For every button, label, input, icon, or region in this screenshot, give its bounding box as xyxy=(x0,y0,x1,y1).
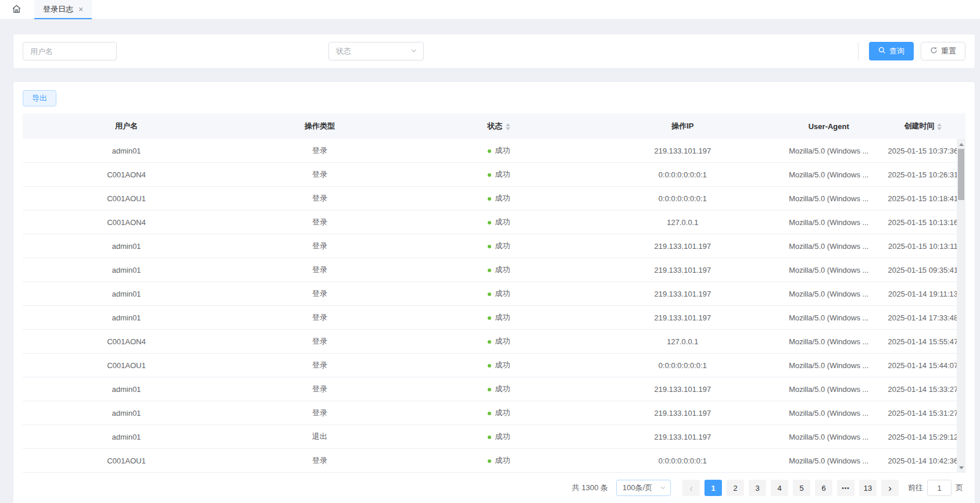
home-icon xyxy=(12,4,22,16)
cell-ip: 127.0.0.1 xyxy=(588,337,777,346)
search-button-label: 查询 xyxy=(889,46,904,56)
cell-username: C001AON4 xyxy=(23,337,230,346)
cell-username: admin01 xyxy=(23,433,230,441)
tab-login-log[interactable]: 登录日志 × xyxy=(34,0,92,19)
sort-icon[interactable] xyxy=(506,123,510,130)
scrollbar-thumb[interactable] xyxy=(958,149,964,200)
cell-username: C001AOU1 xyxy=(23,194,230,203)
status-badge: 成功 xyxy=(495,337,510,345)
cell-ip: 0:0:0:0:0:0:0:1 xyxy=(588,194,777,203)
table-header-row: 用户名 操作类型 状态 操作IP User-Agent 创建 xyxy=(23,113,965,139)
refresh-icon xyxy=(930,47,938,56)
column-header-label: 用户名 xyxy=(115,122,138,130)
cell-user-agent: Mozilla/5.0 (Windows ... xyxy=(777,194,881,203)
page-size-select[interactable]: 100条/页 xyxy=(616,480,671,496)
cell-status: 成功 xyxy=(409,360,588,370)
reset-button-label: 重置 xyxy=(941,46,956,56)
status-dot-icon xyxy=(488,388,491,391)
cell-status: 成功 xyxy=(409,217,588,227)
cell-ip: 219.133.101.197 xyxy=(588,433,777,441)
cell-created-time: 2025-01-14 15:31:27 xyxy=(881,409,965,418)
cell-user-agent: Mozilla/5.0 (Windows ... xyxy=(777,218,881,227)
cell-created-time: 2025-01-15 10:18:41 xyxy=(881,194,965,203)
cell-username: C001AOU1 xyxy=(23,361,230,370)
search-icon xyxy=(878,47,886,56)
status-dot-icon xyxy=(488,221,491,224)
status-dot-icon xyxy=(488,340,491,344)
status-dot-icon xyxy=(488,245,491,248)
filter-panel: 状态 查询 xyxy=(13,34,975,69)
pager-page-button[interactable]: 2 xyxy=(727,480,744,496)
status-badge: 成功 xyxy=(495,217,510,226)
status-dot-icon xyxy=(488,292,491,296)
table-row: C001AON4 登录 成功 0:0:0:0:0:0:0:1 Mozilla/5… xyxy=(23,163,965,187)
pager-page-button[interactable]: 4 xyxy=(771,480,788,496)
pager-page-button[interactable]: 1 xyxy=(704,480,722,496)
status-select[interactable]: 状态 xyxy=(328,42,424,60)
status-badge: 成功 xyxy=(495,432,510,441)
cell-username: admin01 xyxy=(23,290,230,298)
reset-button[interactable]: 重置 xyxy=(921,42,965,60)
table-row: C001AON4 登录 成功 127.0.0.1 Mozilla/5.0 (Wi… xyxy=(23,211,965,234)
username-input[interactable] xyxy=(23,42,117,60)
table-row: admin01 登录 成功 219.133.101.197 Mozilla/5.… xyxy=(23,282,965,306)
pagination-total: 共 1300 条 xyxy=(572,483,608,493)
pager-page-button[interactable]: 5 xyxy=(793,480,810,496)
prev-page-button[interactable]: ‹ xyxy=(682,480,700,496)
search-button[interactable]: 查询 xyxy=(869,42,914,60)
scroll-down-arrow-icon[interactable] xyxy=(957,463,965,472)
sort-icon[interactable] xyxy=(937,123,942,130)
cell-user-agent: Mozilla/5.0 (Windows ... xyxy=(777,361,881,370)
vertical-divider xyxy=(858,42,859,60)
pager-page-button[interactable]: 3 xyxy=(749,480,766,496)
export-button[interactable]: 导出 xyxy=(23,90,56,106)
cell-username: C001AON4 xyxy=(23,218,230,227)
cell-action-type: 登录 xyxy=(230,312,409,323)
cell-created-time: 2025-01-15 10:26:31 xyxy=(881,170,965,179)
status-badge: 成功 xyxy=(495,456,510,465)
next-page-button[interactable]: › xyxy=(881,480,899,496)
cell-action-type: 登录 xyxy=(230,193,409,204)
cell-action-type: 登录 xyxy=(230,217,409,227)
cell-created-time: 2025-01-14 15:29:12 xyxy=(881,433,965,441)
pager-last-page-button[interactable]: 13 xyxy=(859,480,877,496)
pager-pages: 123456 xyxy=(702,480,835,496)
table-row: admin01 登录 成功 219.133.101.197 Mozilla/5.… xyxy=(23,258,965,282)
goto-page-input[interactable] xyxy=(927,480,952,496)
status-badge: 成功 xyxy=(495,384,510,393)
cell-user-agent: Mozilla/5.0 (Windows ... xyxy=(777,313,881,322)
column-header-label: 状态 xyxy=(488,122,503,130)
cell-ip: 0:0:0:0:0:0:0:1 xyxy=(588,170,777,179)
cell-created-time: 2025-01-14 10:42:36 xyxy=(881,456,965,465)
column-header-label: 创建时间 xyxy=(904,122,934,130)
status-badge: 成功 xyxy=(495,361,510,369)
cell-ip: 219.133.101.197 xyxy=(588,313,777,322)
tab-close-icon[interactable]: × xyxy=(78,5,83,13)
cell-action-type: 登录 xyxy=(230,384,409,394)
goto-suffix-label: 页 xyxy=(956,483,963,493)
cell-ip: 219.133.101.197 xyxy=(588,147,777,155)
status-badge: 成功 xyxy=(495,146,510,155)
column-header-status[interactable]: 状态 xyxy=(409,121,588,131)
status-badge: 成功 xyxy=(495,265,510,274)
pager-page-button[interactable]: 6 xyxy=(815,480,832,496)
cell-ip: 0:0:0:0:0:0:0:1 xyxy=(588,361,777,370)
cell-user-agent: Mozilla/5.0 (Windows ... xyxy=(777,147,881,155)
cell-created-time: 2025-01-15 09:35:41 xyxy=(881,266,965,274)
status-dot-icon xyxy=(488,316,491,320)
status-dot-icon xyxy=(488,197,491,201)
cell-username: admin01 xyxy=(23,385,230,394)
scroll-up-arrow-icon[interactable] xyxy=(957,140,965,148)
cell-action-type: 登录 xyxy=(230,241,409,251)
cell-created-time: 2025-01-15 10:37:36 xyxy=(881,147,965,155)
column-header-ip: 操作IP xyxy=(588,121,777,131)
home-button[interactable] xyxy=(8,0,25,19)
cell-user-agent: Mozilla/5.0 (Windows ... xyxy=(777,290,881,298)
cell-user-agent: Mozilla/5.0 (Windows ... xyxy=(777,433,881,441)
cell-action-type: 登录 xyxy=(230,265,409,275)
cell-action-type: 登录 xyxy=(230,288,409,299)
vertical-scrollbar[interactable] xyxy=(957,139,965,473)
pager-more-button[interactable]: ••• xyxy=(837,480,854,496)
table-row: admin01 退出 成功 219.133.101.197 Mozilla/5.… xyxy=(23,425,965,449)
column-header-created-time[interactable]: 创建时间 xyxy=(881,121,965,131)
